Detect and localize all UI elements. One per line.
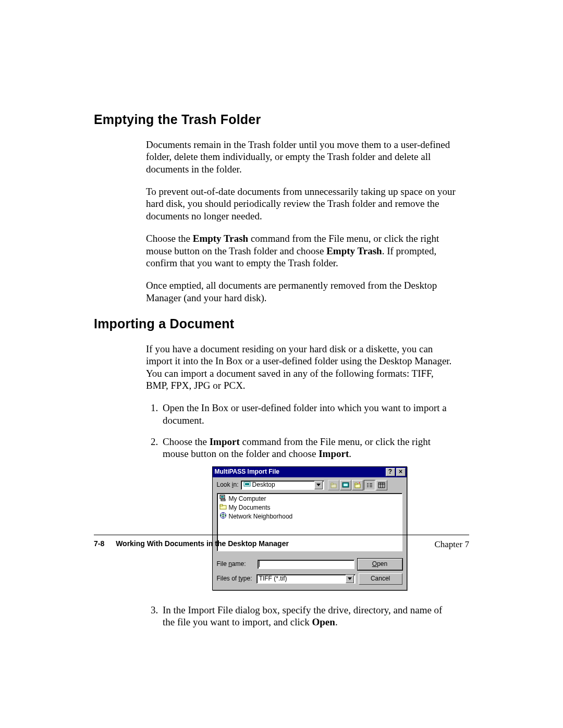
lookin-label: Look in: — [217, 481, 239, 489]
text: File — [217, 560, 229, 567]
help-button[interactable]: ? — [386, 468, 395, 476]
dropdown-icon[interactable] — [346, 575, 354, 583]
section-importing-body: If you have a document residing on your … — [146, 343, 456, 628]
svg-rect-6 — [344, 484, 348, 486]
open-button[interactable]: Open — [358, 559, 402, 570]
list-item[interactable]: My Documents — [219, 503, 400, 512]
list-item[interactable]: Network Neighborhood — [219, 512, 400, 521]
new-folder-button[interactable]: * — [352, 480, 363, 490]
filename-label: File name: — [217, 560, 254, 568]
svg-rect-4 — [331, 483, 333, 485]
dialog-figure: MultiPASS Import File ? × Look in: — [163, 466, 456, 590]
svg-rect-16 — [378, 483, 385, 488]
up-one-level-button[interactable] — [328, 480, 339, 490]
lookin-row: Look in: Desktop — [213, 477, 407, 492]
details-view-button[interactable] — [376, 480, 387, 490]
text: Choose the — [146, 233, 193, 244]
bold-text: Import — [210, 436, 240, 447]
folder-icon — [219, 503, 227, 512]
step-item: Open the In Box or user-defined folder i… — [161, 402, 456, 426]
svg-marker-27 — [348, 577, 352, 580]
bold-text: Empty Trash — [193, 233, 248, 244]
bold-text: Open — [312, 616, 335, 627]
dropdown-icon[interactable] — [314, 481, 323, 489]
item-label: Network Neighborhood — [229, 513, 293, 521]
text: Files of — [217, 575, 239, 582]
filename-input[interactable] — [258, 560, 354, 569]
dialog-title: MultiPASS Import File — [215, 468, 385, 476]
text: ame: — [232, 560, 246, 567]
item-label: My Documents — [229, 504, 271, 512]
computer-icon — [219, 495, 227, 503]
dialog-titlebar: MultiPASS Import File ? × — [213, 467, 407, 477]
page-number: 7-8 — [94, 539, 104, 548]
text-caret — [259, 561, 260, 567]
svg-rect-22 — [221, 499, 225, 501]
bold-text: Import — [319, 448, 349, 459]
svg-rect-24 — [220, 504, 223, 506]
text: Look — [217, 481, 232, 488]
list-item[interactable]: My Computer — [219, 495, 400, 503]
text: n — [228, 560, 232, 567]
lookin-combo[interactable]: Desktop — [241, 480, 324, 490]
paragraph: Documents remain in the Trash folder unt… — [146, 139, 456, 175]
section-emptying-body: Documents remain in the Trash folder unt… — [146, 139, 456, 304]
document-page: Emptying the Trash Folder Documents rema… — [0, 0, 563, 728]
list-view-button[interactable] — [364, 480, 375, 490]
svg-rect-21 — [221, 496, 224, 498]
paragraph: Once emptied, all documents are permanen… — [146, 279, 456, 304]
heading-importing: Importing a Document — [94, 316, 469, 331]
svg-marker-2 — [316, 484, 321, 486]
numbered-steps: Open the In Box or user-defined folder i… — [146, 402, 456, 628]
item-label: My Computer — [229, 495, 266, 503]
step-item: In the Import File dialog box, specify t… — [161, 604, 456, 628]
svg-rect-1 — [245, 483, 249, 485]
import-file-dialog: MultiPASS Import File ? × Look in: — [212, 466, 407, 590]
footer-left: 7-8 Working With Documents in the Deskto… — [94, 539, 289, 550]
desktop-icon — [243, 481, 251, 489]
filetype-value: TIFF (*.tif) — [258, 575, 346, 583]
svg-text:*: * — [359, 482, 360, 486]
text: pen — [377, 560, 387, 567]
dialog-bottom: File name: Open — [213, 554, 407, 590]
filetype-label: Files of type: — [217, 575, 253, 583]
cancel-button[interactable]: Cancel — [359, 573, 402, 585]
chapter-label: Chapter 7 — [434, 539, 469, 550]
text: n: — [234, 481, 239, 488]
text: O — [372, 560, 377, 567]
text: . — [335, 616, 338, 627]
desktop-button[interactable] — [340, 480, 351, 490]
paragraph: If you have a document residing on your … — [146, 343, 456, 391]
network-icon — [219, 512, 227, 521]
section-name: Working With Documents in the Desktop Ma… — [116, 539, 289, 548]
step-item: Choose the Import command from the File … — [161, 436, 456, 590]
close-button[interactable]: × — [396, 468, 406, 476]
page-footer: 7-8 Working With Documents in the Deskto… — [94, 535, 469, 550]
text: ype: — [240, 575, 252, 582]
heading-emptying-trash: Emptying the Trash Folder — [94, 112, 469, 127]
lookin-value: Desktop — [242, 481, 314, 489]
bold-text: Empty Trash — [326, 245, 382, 256]
text: . — [349, 448, 351, 459]
text: Desktop — [252, 481, 275, 489]
text: Choose the — [163, 436, 210, 447]
paragraph: To prevent out-of-date documents from un… — [146, 186, 456, 222]
text: In the Import File dialog box, specify t… — [163, 604, 442, 627]
filetype-combo[interactable]: TIFF (*.tif) — [256, 574, 356, 584]
paragraph: Choose the Empty Trash command from the … — [146, 232, 456, 269]
svg-rect-8 — [355, 483, 357, 485]
divider — [94, 535, 469, 535]
